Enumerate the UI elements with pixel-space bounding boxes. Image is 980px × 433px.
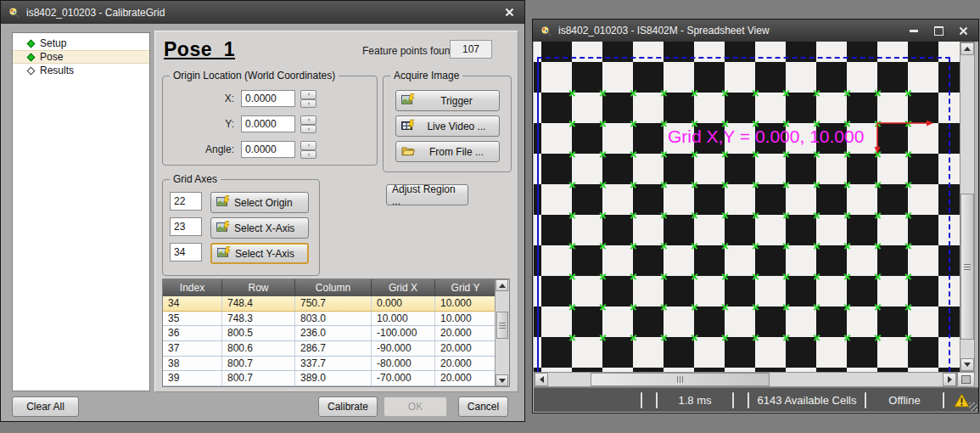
checker-square (908, 276, 938, 306)
origin-x-input[interactable] (241, 90, 295, 107)
table-row[interactable]: 38800.7337.7-80.00020.000 (163, 357, 509, 372)
image-canvas[interactable]: Grid X,Y = 0.000, 10.000 (534, 42, 960, 372)
table-cell: 750.7 (295, 296, 372, 311)
table-row[interactable]: 39800.7389.0-70.00020.000 (163, 371, 509, 386)
feature-corner-mark (691, 242, 698, 250)
step-pending-diamond-icon (27, 66, 36, 75)
vertical-scrollbar[interactable] (960, 42, 975, 372)
column-header[interactable]: Column (295, 279, 372, 296)
origin-y-input[interactable] (241, 115, 295, 132)
trigger-icon (401, 93, 415, 108)
feature-corner-mark (691, 303, 698, 311)
feature-corner-mark (782, 150, 790, 158)
maximize-icon (934, 26, 944, 36)
live-video-button[interactable]: Live Video ... (395, 115, 500, 137)
scroll-up-button[interactable] (960, 42, 974, 55)
column-header[interactable]: Grid X (372, 279, 435, 296)
feature-corner-mark (721, 150, 729, 158)
select-x-axis-button[interactable]: Select X-Axis (210, 217, 309, 239)
maximize-button[interactable] (930, 25, 947, 37)
trigger-button[interactable]: Trigger (395, 90, 500, 111)
select-y-axis-button[interactable]: Select Y-Axis (210, 243, 309, 264)
scroll-up-button[interactable] (496, 279, 508, 291)
checker-square (786, 42, 816, 62)
column-header[interactable]: Row (222, 279, 295, 296)
cancel-button[interactable]: Cancel (458, 396, 508, 417)
ok-button[interactable]: OK (384, 396, 447, 417)
spreadsheet-view-window: is8402_010203 - IS8402M - Spreadsheet Vi… (532, 19, 979, 413)
scroll-down-button[interactable] (496, 374, 508, 386)
step-complete-diamond-icon (27, 39, 36, 48)
scrollbar-thumb[interactable] (960, 194, 974, 340)
table-cell: 236.0 (295, 326, 372, 340)
sidebar-item-label: Setup (40, 37, 66, 49)
sidebar-item-results[interactable]: Results (13, 64, 149, 77)
checker-square (908, 337, 938, 368)
table-cell: 20.000 (435, 357, 496, 371)
horizontal-scrollbar[interactable] (534, 372, 957, 387)
sidebar-item-pose[interactable]: Pose (13, 50, 149, 64)
checker-square (908, 215, 938, 245)
button-label: Select Origin (234, 197, 293, 209)
axis-cell-input[interactable] (170, 192, 202, 211)
origin-angle-input[interactable] (241, 141, 295, 158)
sidebar-item-label: Pose (40, 51, 63, 63)
column-header[interactable]: Index (163, 279, 222, 296)
button-label: Select X-Axis (234, 222, 294, 234)
minimize-button[interactable] (905, 25, 922, 37)
feature-corner-mark (843, 303, 851, 311)
clear-all-button[interactable]: Clear All (12, 396, 79, 417)
roi-right-edge[interactable] (949, 57, 950, 372)
dialog-close-button[interactable] (501, 6, 518, 19)
table-row[interactable]: 35748.3803.010.00010.000 (163, 312, 509, 327)
table-body[interactable]: 34748.4750.70.00010.00035748.3803.010.00… (163, 296, 509, 386)
close-icon (505, 8, 514, 17)
spinner-buttons[interactable] (300, 90, 316, 108)
feature-corner-mark (843, 150, 851, 158)
close-button[interactable] (955, 25, 972, 37)
scroll-left-button[interactable] (535, 373, 548, 386)
table-row[interactable]: 36800.5236.0-100.00020.000 (163, 326, 509, 341)
feature-corner-mark (813, 181, 820, 188)
select-pointer-icon (216, 195, 230, 210)
dialog-titlebar[interactable]: is8402_010203 - CalibrateGrid (1, 1, 524, 24)
axis-cell-input[interactable] (170, 243, 202, 261)
live-video-icon (401, 119, 415, 133)
table-row[interactable]: 37800.6286.7-90.00020.000 (163, 341, 509, 357)
select-pointer-icon (216, 221, 230, 235)
feature-corner-mark (721, 334, 729, 341)
feature-corner-mark (568, 273, 576, 280)
adjust-region-button[interactable]: Adjust Region ... (386, 184, 468, 205)
feature-corner-mark (782, 334, 790, 341)
acquire-group-title: Acquire Image (390, 70, 462, 82)
table-scrollbar[interactable] (495, 279, 509, 386)
feature-corner-mark (691, 334, 698, 341)
spinner-buttons[interactable] (300, 141, 316, 159)
calibrate-button[interactable]: Calibrate (318, 396, 378, 417)
from-file-button[interactable]: From File ... (395, 141, 500, 162)
feature-corner-mark (904, 89, 912, 97)
roi-top-edge[interactable] (537, 57, 950, 59)
viewer-titlebar[interactable]: is8402_010203 - IS8402M - Spreadsheet Vi… (533, 20, 978, 42)
column-header[interactable]: Grid Y (435, 279, 496, 296)
feature-corner-mark (660, 334, 668, 341)
button-label: Trigger (419, 95, 494, 107)
fit-image-corner-button[interactable] (957, 372, 975, 387)
scrollbar-thumb[interactable] (591, 373, 770, 386)
feature-corner-mark (691, 89, 698, 97)
feature-corner-mark (843, 242, 851, 250)
select-origin-button[interactable]: Select Origin (210, 192, 309, 213)
feature-corner-mark (630, 211, 637, 219)
feature-table[interactable]: IndexRowColumnGrid XGrid Y 34748.4750.70… (162, 278, 510, 387)
scroll-down-button[interactable] (960, 358, 974, 371)
resize-grip[interactable] (969, 402, 977, 411)
scroll-right-button[interactable] (943, 373, 956, 386)
scrollbar-thumb[interactable] (496, 312, 508, 339)
table-row[interactable]: 34748.4750.70.00010.000 (163, 296, 509, 312)
table-cell: 10.000 (372, 312, 435, 326)
sidebar-item-setup[interactable]: Setup (13, 37, 149, 50)
axis-cell-input[interactable] (170, 217, 202, 236)
grid-axes-group: Grid Axes Select OriginSelect X-AxisSele… (162, 179, 320, 276)
spinner-buttons[interactable] (300, 115, 316, 133)
feature-corner-mark (813, 334, 820, 341)
